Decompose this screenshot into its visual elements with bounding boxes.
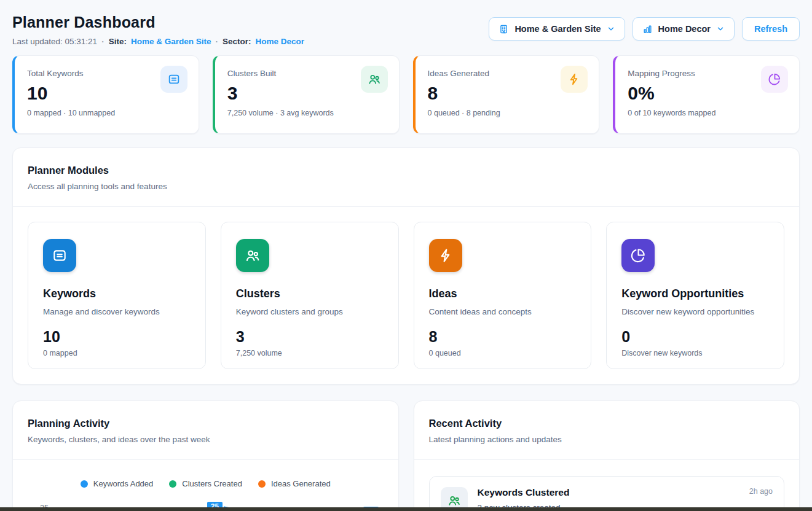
chart-legend: Keywords Added Clusters Created Ideas Ge… <box>28 479 384 488</box>
planner-modules-panel: Planner Modules Access all planning tool… <box>12 147 800 384</box>
planning-activity-panel: Planning Activity Keywords, clusters, an… <box>12 400 399 511</box>
modules-panel-title: Planner Modules <box>28 165 784 176</box>
site-link[interactable]: Home & Garden Site <box>131 37 211 46</box>
refresh-button[interactable]: Refresh <box>742 17 800 41</box>
module-title: Keywords <box>43 287 191 300</box>
module-value: 10 <box>43 329 191 346</box>
legend-label: Ideas Generated <box>271 479 331 488</box>
module-sub: Discover new keywords <box>621 349 769 357</box>
module-card-ideas[interactable]: Ideas Content ideas and concepts 8 0 que… <box>414 222 592 369</box>
meta-separator: · <box>215 37 218 46</box>
module-sub: 7,250 volume <box>236 349 384 357</box>
activity-item-keywords-clustered: Keywords Clustered 2h ago 3 new clusters… <box>429 476 785 511</box>
sector-selector-dropdown[interactable]: Home Decor <box>633 17 735 41</box>
chevron-down-icon <box>716 25 725 33</box>
modules-panel-subtitle: Access all planning tools and features <box>28 182 784 191</box>
sector-label: Sector: <box>223 37 251 46</box>
modules-grid: Keywords Manage and discover keywords 10… <box>13 207 799 384</box>
module-description: Discover new keyword opportunities <box>621 307 769 316</box>
stat-card-mapping-progress: Mapping Progress 0% 0 of 10 keywords map… <box>613 55 800 134</box>
sector-selector-label: Home Decor <box>658 24 711 34</box>
site-label: Site: <box>109 37 127 46</box>
document-icon <box>160 66 187 93</box>
module-value: 3 <box>236 329 384 346</box>
stat-card-clusters-built: Clusters Built 3 7,250 volume · 3 avg ke… <box>213 55 400 134</box>
stat-sub: 0 of 10 keywords mapped <box>628 109 787 117</box>
users-icon <box>361 66 388 93</box>
bolt-icon <box>561 66 588 93</box>
last-updated-text: Last updated: 05:31:21 <box>12 37 97 46</box>
stat-card-total-keywords: Total Keywords 10 0 mapped · 10 unmapped <box>12 55 199 134</box>
module-card-keyword-opportunities[interactable]: Keyword Opportunities Discover new keywo… <box>606 222 784 369</box>
module-description: Content ideas and concepts <box>429 307 577 316</box>
planning-activity-header: Planning Activity Keywords, clusters, an… <box>13 401 398 459</box>
bottom-row: Planning Activity Keywords, clusters, an… <box>12 400 800 511</box>
legend-label: Clusters Created <box>182 479 242 488</box>
sector-link[interactable]: Home Decor <box>255 37 304 46</box>
stats-row: Total Keywords 10 0 mapped · 10 unmapped… <box>12 55 800 134</box>
module-sub: 0 queued <box>429 349 577 357</box>
taskbar-edge <box>0 507 812 511</box>
module-description: Manage and discover keywords <box>43 307 191 316</box>
module-card-keywords[interactable]: Keywords Manage and discover keywords 10… <box>28 222 206 369</box>
topbar: Planner Dashboard Last updated: 05:31:21… <box>12 12 800 46</box>
legend-item-ideas-generated[interactable]: Ideas Generated <box>258 479 331 488</box>
module-value: 8 <box>429 329 577 346</box>
chevron-down-icon <box>607 25 615 33</box>
stat-sub: 0 mapped · 10 unmapped <box>27 109 186 117</box>
header-controls: Home & Garden Site Home Decor Refresh <box>489 17 800 41</box>
stat-card-ideas-generated: Ideas Generated 8 0 queued · 8 pending <box>413 55 600 134</box>
users-icon <box>236 239 269 272</box>
planning-activity-subtitle: Keywords, clusters, and ideas over the p… <box>28 435 384 444</box>
planner-dashboard-page: Planner Dashboard Last updated: 05:31:21… <box>0 0 812 511</box>
site-selector-dropdown[interactable]: Home & Garden Site <box>489 17 625 41</box>
planning-activity-title: Planning Activity <box>28 418 384 429</box>
building-icon <box>499 24 509 34</box>
module-title: Clusters <box>236 287 384 300</box>
bolt-icon <box>429 239 462 272</box>
activity-item-time: 2h ago <box>749 487 773 496</box>
module-card-clusters[interactable]: Clusters Keyword clusters and groups 3 7… <box>221 222 399 369</box>
module-sub: 0 mapped <box>43 349 191 357</box>
legend-label: Keywords Added <box>93 479 154 488</box>
document-icon <box>43 239 76 272</box>
activity-chart: Keywords Added Clusters Created Ideas Ge… <box>13 460 398 511</box>
recent-activity-title: Recent Activity <box>429 418 785 429</box>
legend-item-clusters-created[interactable]: Clusters Created <box>169 479 242 488</box>
legend-dot <box>81 480 88 488</box>
activity-item-title: Keywords Clustered <box>478 487 570 498</box>
header-left: Planner Dashboard Last updated: 05:31:21… <box>12 12 304 46</box>
pie-chart-icon <box>621 239 655 272</box>
bar-chart-icon <box>642 24 653 34</box>
module-description: Keyword clusters and groups <box>236 307 384 316</box>
legend-dot <box>258 480 266 488</box>
modules-panel-header: Planner Modules Access all planning tool… <box>13 148 799 206</box>
module-title: Keyword Opportunities <box>621 287 769 300</box>
module-title: Ideas <box>429 287 577 300</box>
module-value: 0 <box>621 329 769 346</box>
header-meta: Last updated: 05:31:21 · Site: Home & Ga… <box>12 37 304 46</box>
meta-separator: · <box>101 37 104 46</box>
legend-dot <box>169 480 176 488</box>
stat-sub: 7,250 volume · 3 avg keywords <box>227 109 387 117</box>
site-selector-label: Home & Garden Site <box>514 24 601 34</box>
legend-item-keywords-added[interactable]: Keywords Added <box>81 479 154 488</box>
recent-activity-list: Keywords Clustered 2h ago 3 new clusters… <box>414 460 800 511</box>
recent-activity-subtitle: Latest planning actions and updates <box>429 435 785 444</box>
recent-activity-panel: Recent Activity Latest planning actions … <box>414 400 800 511</box>
stat-sub: 0 queued · 8 pending <box>428 109 587 117</box>
recent-activity-header: Recent Activity Latest planning actions … <box>414 401 800 459</box>
page-title: Planner Dashboard <box>12 14 304 31</box>
pie-chart-icon <box>761 66 788 93</box>
